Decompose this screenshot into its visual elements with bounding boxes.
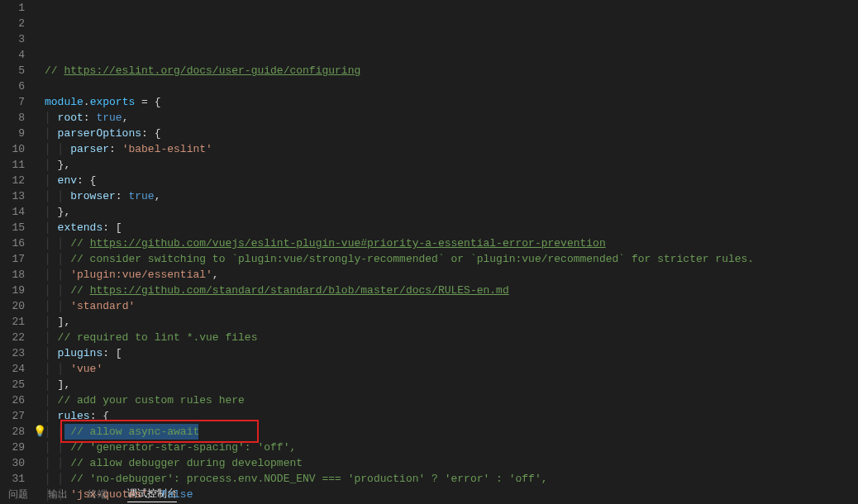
line-number: 15 <box>0 220 25 235</box>
line-number: 1 <box>0 0 25 16</box>
code-line[interactable]: │ │ // https://github.com/standard/stand… <box>45 283 858 298</box>
code-line[interactable]: │ }, <box>45 157 858 173</box>
line-number: 18 <box>0 267 25 283</box>
line-number: 6 <box>0 78 25 94</box>
line-number: 30 <box>0 455 25 471</box>
line-number: 8 <box>0 110 25 126</box>
code-line[interactable]: │ │ // allow async-await <box>45 424 858 440</box>
line-number: 10 <box>0 141 25 157</box>
lightbulb-icon[interactable]: 💡 <box>33 425 46 438</box>
code-editor[interactable]: 1234567891011121314151617181920212223242… <box>0 0 858 484</box>
code-line[interactable]: // https://eslint.org/docs/user-guide/co… <box>45 63 858 78</box>
line-number: 9 <box>0 126 25 141</box>
code-line[interactable]: │ │ parser: 'babel-eslint' <box>45 141 858 157</box>
code-line[interactable]: │ │ // consider switching to `plugin:vue… <box>45 251 858 267</box>
line-number: 4 <box>0 47 25 63</box>
code-line[interactable]: │ // add your custom rules here <box>45 392 858 408</box>
code-line[interactable]: │ │ // https://github.com/vuejs/eslint-p… <box>45 235 858 251</box>
line-number: 16 <box>0 235 25 251</box>
code-line[interactable]: │ // required to lint *.vue files <box>45 330 858 345</box>
code-line[interactable]: │ plugins: [ <box>45 345 858 361</box>
line-number: 17 <box>0 251 25 267</box>
code-line[interactable]: │ rules: { <box>45 408 858 424</box>
code-area[interactable]: // https://eslint.org/docs/user-guide/co… <box>35 0 858 484</box>
code-line[interactable]: │ root: true, <box>45 110 858 126</box>
line-number: 20 <box>0 298 25 314</box>
code-line[interactable]: │ │ 'plugin:vue/essential', <box>45 267 858 283</box>
code-line[interactable]: │ parserOptions: { <box>45 126 858 141</box>
line-number: 5 <box>0 63 25 78</box>
line-number: 13 <box>0 188 25 204</box>
line-number: 22 <box>0 330 25 345</box>
code-line[interactable]: │ ], <box>45 377 858 392</box>
code-line[interactable]: │ │ 'standard' <box>45 298 858 314</box>
line-number: 28 <box>0 424 25 440</box>
code-line[interactable]: │ ], <box>45 314 858 330</box>
line-number: 24 <box>0 361 25 377</box>
line-number: 25 <box>0 377 25 392</box>
line-number: 7 <box>0 94 25 110</box>
line-number: 27 <box>0 408 25 424</box>
code-line[interactable]: │ │ 'jsx-quotes': false <box>45 487 858 502</box>
line-number: 3 <box>0 31 25 47</box>
panel-tab[interactable]: 问题 <box>8 487 28 502</box>
code-line[interactable]: │ │ // 'generator-star-spacing': 'off', <box>45 440 858 455</box>
line-number: 2 <box>0 16 25 31</box>
code-line[interactable]: │ │ 'vue' <box>45 361 858 377</box>
code-line[interactable]: │ }, <box>45 204 858 220</box>
code-line[interactable]: module.exports = { <box>45 94 858 110</box>
line-number: 11 <box>0 157 25 173</box>
line-number: 14 <box>0 204 25 220</box>
code-line[interactable]: │ │ browser: true, <box>45 188 858 204</box>
code-line[interactable]: │ │ // 'no-debugger': process.env.NODE_E… <box>45 471 858 487</box>
line-number-gutter: 1234567891011121314151617181920212223242… <box>0 0 35 484</box>
line-number: 12 <box>0 173 25 188</box>
line-number: 21 <box>0 314 25 330</box>
code-line[interactable]: │ │ // allow debugger during development <box>45 455 858 471</box>
code-line[interactable]: │ env: { <box>45 173 858 188</box>
line-number: 19 <box>0 283 25 298</box>
code-line[interactable]: │ extends: [ <box>45 220 858 235</box>
line-number: 29 <box>0 440 25 455</box>
line-number: 23 <box>0 345 25 361</box>
code-line[interactable] <box>45 78 858 94</box>
line-number: 26 <box>0 392 25 408</box>
